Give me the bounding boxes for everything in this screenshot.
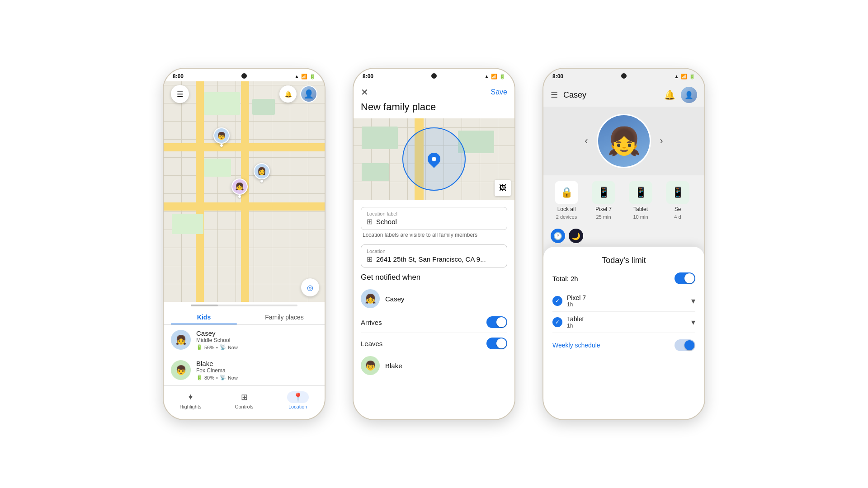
next-chevron[interactable]: › (655, 135, 668, 147)
user-avatar-button[interactable]: 👤 (300, 85, 317, 103)
highlights-icon-wrap: ✦ (179, 391, 201, 403)
lock-all-label: Lock all (557, 206, 576, 212)
pin-dot-2 (260, 180, 263, 183)
kids-list: 👧 Casey Middle School 🔋 56% • 📡 Now (164, 325, 325, 385)
dropdown-tablet[interactable]: ▾ (691, 317, 695, 327)
location-label-field-icon: ⊞ (367, 217, 373, 226)
location-field[interactable]: Location ⊞ 2641 25th St, San Francisco, … (361, 244, 507, 267)
lock-all-icon: 🔒 (561, 187, 573, 198)
dropdown-pixel7[interactable]: ▾ (691, 296, 695, 306)
camera-notch-3 (621, 73, 627, 79)
photo-button[interactable]: 🖼 (495, 180, 511, 196)
device-pixel7[interactable]: 📱 Pixel 7 25 min (588, 181, 619, 220)
arrives-toggle-row: Arrives (361, 312, 507, 333)
pin-dot-1 (220, 144, 223, 147)
se-label: Se (675, 206, 681, 212)
status-time-3: 8:00 (552, 73, 563, 80)
p3-profile-button[interactable]: 👤 (681, 87, 697, 103)
lock-all-sub: 2 devices (556, 214, 577, 220)
tab-kids[interactable]: Kids (164, 309, 244, 324)
device-limit-pixel7[interactable]: ✓ Pixel 7 1h ▾ (552, 291, 695, 312)
device-info-tablet: Tablet 1h (567, 315, 687, 329)
timer-moon[interactable]: 🌙 (569, 229, 583, 243)
location-label-field[interactable]: Location label ⊞ School (361, 207, 507, 230)
bell-icon: 🔔 (284, 90, 292, 98)
tab-family-places[interactable]: Family places (244, 309, 325, 324)
weekly-schedule-toggle[interactable] (675, 339, 695, 351)
map-pin-1[interactable]: 👦 (213, 127, 230, 147)
arrives-toggle[interactable] (486, 316, 507, 328)
clock-icon: 🕐 (553, 232, 562, 240)
kid-item-casey[interactable]: 👧 Casey Middle School 🔋 56% • 📡 Now (164, 325, 325, 355)
prev-chevron[interactable]: ‹ (580, 135, 593, 147)
device-limit-tablet[interactable]: ✓ Tablet 1h ▾ (552, 312, 695, 333)
device-se[interactable]: 📱 Se 4 d (662, 181, 693, 220)
kid-avatar-blake: 👦 (171, 360, 191, 380)
nav-highlights[interactable]: ✦ Highlights (164, 389, 217, 412)
kid-info-casey: Casey Middle School 🔋 56% • 📡 Now (196, 329, 317, 350)
map-pin-3[interactable]: 👧 (231, 178, 248, 198)
kid-location-casey: Middle School (196, 337, 317, 343)
map-pin (425, 150, 443, 168)
pixel7-icon: 📱 (598, 187, 610, 198)
check-tablet: ✓ (552, 317, 562, 327)
scroll-thumb (191, 305, 218, 306)
device-lock-all[interactable]: 🔒 Lock all 2 devices (551, 181, 582, 220)
map-block-3 (172, 214, 203, 234)
phone-1: 8:00 ▲ 📶 🔋 (163, 68, 326, 420)
menu-icon: ☰ (177, 90, 183, 99)
nav-controls[interactable]: ⊞ Controls (217, 389, 271, 412)
bottom-sheet: Today's limit Total: 2h ✓ Pixel 7 1h ▾ (543, 247, 704, 419)
person-avatar-blake: 👦 (361, 356, 380, 375)
my-location-button[interactable]: ◎ (301, 278, 319, 296)
bell-button[interactable]: 🔔 (279, 85, 297, 103)
pixel7-label: Pixel 7 (595, 206, 612, 212)
status-icons-2: ▲ 📶 🔋 (484, 74, 505, 80)
p2-block-1 (362, 127, 398, 149)
p2-map[interactable]: 🖼 (354, 118, 514, 200)
device-time-pixel7: 1h (567, 301, 687, 308)
close-button[interactable]: ✕ (361, 87, 368, 98)
map-right-icons: 🔔 👤 (279, 85, 317, 103)
nav-location[interactable]: 📍 Location (271, 389, 325, 412)
map-area[interactable]: ☰ 🔔 👤 👦 (164, 81, 325, 302)
location-label-helper: Location labels are visible to all famil… (361, 232, 507, 238)
save-button[interactable]: Save (491, 88, 507, 96)
weekly-schedule-label: Weekly schedule (552, 342, 600, 349)
se-icon: 📱 (672, 187, 684, 198)
p3-profile-icon: 👤 (684, 91, 693, 99)
notify-section-title: Get notified when (361, 273, 507, 282)
kid-status-blake: 🔋 80% • 📡 Now (196, 375, 317, 380)
status-time-2: 8:00 (363, 73, 373, 80)
status-time-1: 8:00 (173, 73, 184, 80)
nav-label-highlights: Highlights (179, 404, 201, 409)
page-title: New family place (361, 101, 436, 113)
map-pin-2[interactable]: 👩 (254, 163, 270, 183)
nav-label-location: Location (288, 404, 307, 409)
leaves-toggle[interactable] (486, 338, 507, 349)
device-tablet[interactable]: 📱 Tablet 10 min (625, 181, 656, 220)
p3-menu-icon[interactable]: ☰ (551, 90, 558, 100)
location-field-label: Location (367, 249, 501, 254)
status-icons-3: ▲ 📶 🔋 (674, 74, 695, 80)
camera-notch-1 (241, 73, 247, 79)
pixel7-icon-wrap: 📱 (592, 181, 615, 204)
camera-notch-2 (431, 73, 437, 79)
profile-carousel: ‹ 👧 › (543, 107, 704, 175)
location-field-icon: ⊞ (367, 255, 373, 263)
avatar-icon: 👤 (301, 86, 316, 102)
timer-clock[interactable]: 🕐 (551, 229, 565, 243)
pin-dot-3 (238, 195, 241, 198)
kid-item-blake[interactable]: 👦 Blake Fox Cinema 🔋 80% • 📡 Now (164, 355, 325, 385)
phone-2: 8:00 ▲ 📶 🔋 ✕ Save New family place (353, 68, 515, 420)
phone2-content: ✕ Save New family place (354, 81, 514, 419)
pin-avatar-3: 👧 (231, 178, 248, 195)
leaves-toggle-row: Leaves (361, 333, 507, 354)
total-toggle[interactable] (675, 272, 695, 284)
p3-bell-button[interactable]: 🔔 (664, 89, 675, 100)
location-label-field-value: School (376, 218, 397, 225)
kid-location-blake: Fox Cinema (196, 367, 317, 374)
tablet-icon: 📱 (635, 187, 647, 198)
menu-button[interactable]: ☰ (171, 85, 189, 103)
timers-row: 🕐 🌙 (543, 225, 704, 247)
